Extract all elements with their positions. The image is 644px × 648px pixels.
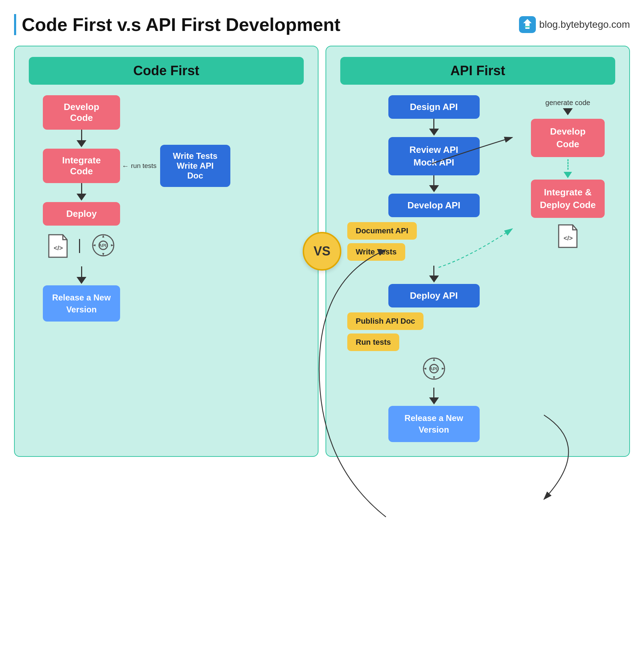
right-yellow-document-api: Document API [347, 222, 417, 240]
brand: blog.bytebytego.com [519, 16, 630, 33]
left-step-deploy: Deploy [43, 202, 120, 226]
right-step-develop-api: Develop API [388, 194, 480, 217]
api-first-title: API First [450, 63, 505, 78]
right-step-deploy-api: Deploy API [388, 284, 480, 307]
code-first-title: Code First [133, 63, 199, 78]
left-step-develop-code: Develop Code [43, 95, 120, 130]
left-write-tests-box: Write Tests Write API Doc [160, 145, 230, 187]
code-file-icon: </> [47, 233, 68, 259]
left-step-release: Release a New Version [43, 285, 120, 322]
code-first-header: Code First [29, 57, 304, 85]
right-step-review-api: Review API Mock API [388, 137, 480, 175]
api-gear-icon: API [91, 233, 116, 259]
left-step-integrate-code: Integrate Code [43, 149, 120, 183]
right-yellow-run-tests: Run tests [347, 333, 399, 351]
right-side-develop-code: Develop Code [531, 119, 605, 157]
svg-rect-1 [525, 26, 530, 27]
right-api-gear-icon: API [421, 356, 447, 383]
vs-circle: VS [303, 232, 341, 271]
svg-text:</>: </> [564, 235, 573, 242]
page-header: Code First v.s API First Development blo… [14, 14, 630, 35]
svg-text:</>: </> [54, 245, 63, 252]
diagram-wrapper: VS Code First Develop Code Integrate Cod… [14, 46, 630, 457]
right-code-file-icon: </> [557, 223, 578, 250]
run-tests-label: run tests [131, 162, 157, 170]
right-step-release: Release a New Version [388, 406, 480, 442]
right-side-integrate-deploy-code: Integrate & Deploy Code [531, 180, 605, 218]
right-yellow-publish-api-doc: Publish API Doc [347, 312, 423, 330]
svg-text:API: API [99, 243, 106, 248]
svg-text:API: API [429, 366, 437, 371]
code-first-panel: Code First Develop Code Integrate Code ←… [14, 46, 318, 457]
right-yellow-write-tests: Write Tests [347, 243, 405, 261]
api-first-header: API First [340, 57, 615, 85]
api-first-panel: API First Design API Review API Mock API… [326, 46, 630, 457]
brand-text: blog.bytebytego.com [539, 19, 630, 30]
brand-icon [519, 16, 536, 33]
right-step-design-api: Design API [388, 95, 480, 119]
page-title: Code First v.s API First Development [14, 14, 340, 35]
generate-code-label: generate code [545, 99, 590, 107]
